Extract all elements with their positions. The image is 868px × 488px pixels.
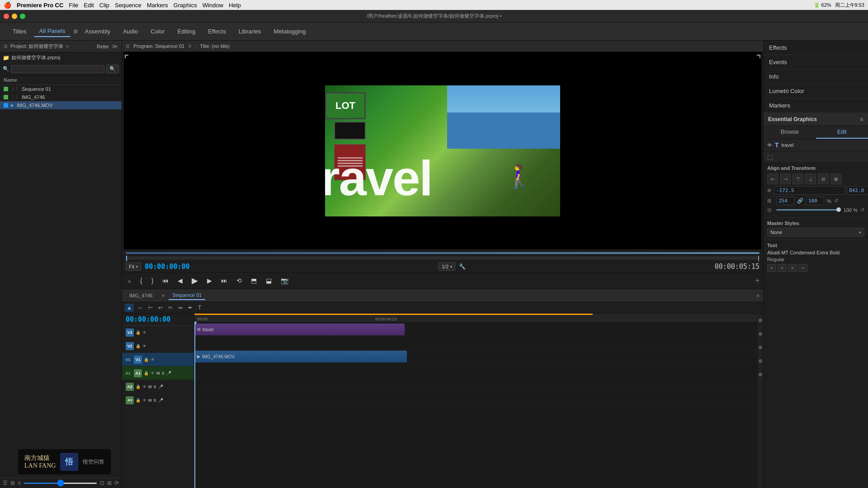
events-section-item[interactable]: Events xyxy=(764,55,868,70)
menu-sequence[interactable]: Sequence xyxy=(115,2,142,9)
track-a2-row[interactable] xyxy=(194,377,763,390)
track-a1-mic-icon[interactable]: 🎤 xyxy=(166,371,171,375)
track-v1-row[interactable]: ▶ IMG_4746.MOV xyxy=(194,350,763,363)
opacity-slider[interactable] xyxy=(776,209,841,211)
minimize-button[interactable] xyxy=(12,14,17,19)
rectangle-icon[interactable]: ⬚ xyxy=(767,153,773,160)
clip-img4746[interactable]: ▶ IMG_4746.MOV xyxy=(194,351,407,362)
reset-scale-icon[interactable]: ↺ xyxy=(834,198,838,204)
align-top-button[interactable]: ⊥ xyxy=(805,174,816,184)
layer-eye-icon[interactable]: 👁 xyxy=(767,142,772,148)
track-a3-row[interactable] xyxy=(194,390,763,404)
ratio-dropdown[interactable]: 1/2 ▾ xyxy=(439,263,455,271)
prev-frame-button[interactable]: ◀ xyxy=(176,276,184,285)
track-a3-mic-icon[interactable]: 🎤 xyxy=(158,398,163,403)
nav-effects[interactable]: Effects xyxy=(203,26,231,37)
scrub-timeline[interactable] xyxy=(126,257,760,259)
nav-audio[interactable]: Audio xyxy=(118,26,143,37)
text-align-right-button[interactable]: ≡ xyxy=(788,264,797,272)
ripple-tool-button[interactable]: ⊢ xyxy=(146,304,155,312)
link-scale-icon[interactable]: 🔗 xyxy=(797,198,803,204)
info-section-item[interactable]: Info xyxy=(764,70,868,84)
lumetri-section-item[interactable]: Lumetri Color xyxy=(764,84,868,99)
align-hcenter-button[interactable]: ⊣ xyxy=(780,174,791,184)
apple-icon[interactable]: 🍎 xyxy=(4,1,11,9)
align-bottom-button[interactable]: ⊠ xyxy=(830,174,841,184)
play-button[interactable]: ▶ xyxy=(190,275,200,286)
project-search-input[interactable] xyxy=(11,65,104,73)
menu-edit[interactable]: Edit xyxy=(84,2,94,9)
pen-tool-button[interactable]: ✒ xyxy=(186,304,194,312)
app-name[interactable]: Premiere Pro CC xyxy=(17,2,63,9)
maximize-button[interactable] xyxy=(20,14,25,19)
nav-assembly[interactable]: Assembly xyxy=(80,26,116,37)
track-select-tool-button[interactable]: ↔ xyxy=(136,304,145,312)
menu-markers[interactable]: Markers xyxy=(147,2,168,9)
menu-clip[interactable]: Clip xyxy=(99,2,109,9)
grid-view-icon[interactable]: ⊞ xyxy=(10,480,15,486)
go-to-out-button[interactable]: } xyxy=(150,276,156,285)
timeline-timecode[interactable]: 00:00:00:00 xyxy=(122,314,194,326)
go-to-in-button[interactable]: { xyxy=(138,276,144,285)
text-align-left-button[interactable]: ≡ xyxy=(767,264,776,272)
opacity-slider-handle[interactable] xyxy=(836,207,841,212)
nav-libraries[interactable]: Libraries xyxy=(233,26,267,37)
track-a1-s[interactable]: S xyxy=(162,371,165,375)
step-back-button[interactable]: ⏮ xyxy=(160,276,170,285)
menu-window[interactable]: Window xyxy=(203,2,223,9)
track-a1-m[interactable]: M xyxy=(156,371,160,375)
track-v3-lock-icon[interactable]: 🔒 xyxy=(136,330,141,335)
master-styles-dropdown[interactable]: None ▾ xyxy=(767,228,864,237)
undo-button[interactable]: ↩ xyxy=(156,304,165,312)
type-tool-button[interactable]: T xyxy=(196,304,203,312)
slip-tool-button[interactable]: ⇔ xyxy=(176,304,184,312)
track-v1-eye-icon[interactable]: 👁 xyxy=(151,357,155,362)
auto-icon[interactable]: ⟳ xyxy=(114,480,119,486)
monitor-menu-icon[interactable]: ≡ xyxy=(188,43,191,49)
sort-icon[interactable]: ≡ xyxy=(18,480,21,486)
scale-h-input[interactable]: 100 xyxy=(806,197,824,205)
menu-graphics[interactable]: Graphics xyxy=(174,2,197,9)
track-a3-eye-icon[interactable]: 👁 xyxy=(142,398,146,403)
track-a2-eye-icon[interactable]: 👁 xyxy=(142,385,146,389)
next-frame-button[interactable]: ▶ xyxy=(205,276,214,285)
font-style-label[interactable]: Regular xyxy=(767,257,864,262)
timeline-menu-icon[interactable]: ≡ xyxy=(757,293,760,298)
list-view-icon[interactable]: ☰ xyxy=(3,480,8,486)
refer-tab[interactable]: Refer xyxy=(97,44,109,49)
select-tool-button[interactable]: ▲ xyxy=(125,304,134,312)
expand-panels-icon[interactable]: ≫ xyxy=(112,43,118,50)
nav-metalogging[interactable]: Metalogging xyxy=(269,26,311,37)
track-a1-lock-icon[interactable]: 🔒 xyxy=(144,371,149,375)
track-v3-row[interactable]: ⊞ travel xyxy=(194,323,763,336)
track-v1-lock-icon[interactable]: 🔒 xyxy=(144,357,149,362)
eg-layer-item[interactable]: 👁 T travel xyxy=(764,139,868,151)
thumbnail-icon[interactable]: ⊡ xyxy=(100,480,104,486)
position-x-input[interactable]: -172.5 xyxy=(774,186,845,195)
project-item-img4746[interactable]: ⋮⋮ IMG_4746 xyxy=(0,93,122,101)
loop-button[interactable]: ⟲ xyxy=(235,276,244,285)
scene-icon[interactable]: ⊞ xyxy=(107,480,112,486)
reset-opacity-icon[interactable]: ↺ xyxy=(860,207,864,213)
text-align-justify-button[interactable]: ≡ xyxy=(798,264,807,272)
track-a2-s[interactable]: S xyxy=(154,385,156,389)
scale-w-input[interactable]: 254 xyxy=(776,197,794,205)
nav-titles[interactable]: Titles xyxy=(7,26,32,37)
effects-section-item[interactable]: Effects xyxy=(764,41,868,55)
timeline-tab-close-img4746[interactable]: ✕ xyxy=(161,293,165,298)
razor-tool-button[interactable]: ✂ xyxy=(166,304,175,312)
align-right-button[interactable]: ⊤ xyxy=(793,174,803,184)
track-a3-s[interactable]: S xyxy=(154,398,156,403)
zoom-slider[interactable] xyxy=(24,483,97,484)
timecode-left[interactable]: 00:00:00:00 xyxy=(145,263,189,271)
project-item-sequence01[interactable]: ⋮⋮ Sequence 01 xyxy=(0,85,122,93)
markers-section-item[interactable]: Markers xyxy=(764,99,868,113)
clip-travel[interactable]: ⊞ travel xyxy=(194,324,405,335)
timeline-tab-seq01[interactable]: Sequence 01 xyxy=(169,291,205,300)
menu-help[interactable]: Help xyxy=(229,2,241,9)
track-a3-m[interactable]: M xyxy=(148,398,152,403)
step-forward-button[interactable]: ⏭ xyxy=(219,276,229,285)
mark-in-button[interactable]: ⬦ xyxy=(126,276,133,285)
track-v2-eye-icon[interactable]: 👁 xyxy=(142,344,146,348)
track-v3-eye-icon[interactable]: 👁 xyxy=(142,330,146,335)
